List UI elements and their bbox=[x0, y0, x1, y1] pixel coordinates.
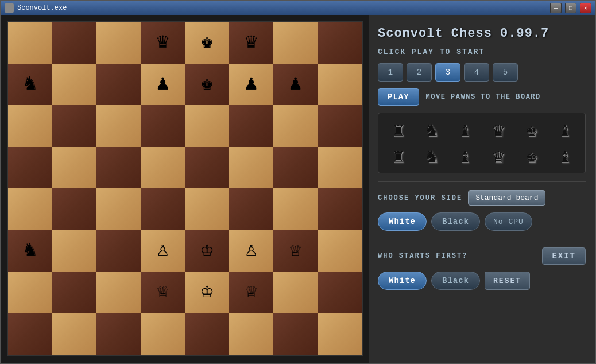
cell-4-5[interactable] bbox=[229, 188, 273, 230]
cell-7-4[interactable] bbox=[185, 313, 229, 355]
cell-0-3[interactable]: ♛ bbox=[141, 22, 185, 64]
cell-6-0[interactable] bbox=[8, 272, 52, 313]
piece-1-4: ♚ bbox=[201, 74, 214, 95]
cell-6-5[interactable]: ♕ bbox=[229, 272, 273, 313]
cell-0-2[interactable] bbox=[96, 22, 141, 64]
cell-3-2[interactable] bbox=[96, 147, 141, 189]
cell-4-6[interactable] bbox=[273, 188, 318, 230]
cell-7-1[interactable] bbox=[52, 313, 96, 355]
cell-5-2[interactable] bbox=[96, 230, 141, 272]
black-side-button[interactable]: Black bbox=[431, 212, 480, 231]
cell-5-6[interactable]: ♕ bbox=[273, 230, 318, 272]
cell-4-1[interactable] bbox=[52, 188, 96, 230]
piece-5-4: ♔ bbox=[201, 241, 214, 261]
cell-7-3[interactable] bbox=[141, 313, 185, 355]
cell-6-6[interactable] bbox=[273, 272, 318, 313]
no-cpu-button[interactable]: No CPU bbox=[485, 212, 532, 231]
divider-1 bbox=[378, 181, 586, 182]
cell-2-5[interactable] bbox=[229, 105, 273, 147]
tray-white-knight[interactable]: ♞ bbox=[426, 144, 438, 168]
tray-black-king[interactable]: ♚ bbox=[526, 118, 537, 142]
cell-5-0[interactable]: ♞ bbox=[8, 230, 52, 272]
cell-7-2[interactable] bbox=[96, 313, 141, 355]
close-button[interactable]: ✕ bbox=[580, 3, 591, 13]
cell-7-6[interactable] bbox=[273, 313, 318, 355]
level-4-button[interactable]: 4 bbox=[464, 63, 489, 82]
tray-black-rook[interactable]: ♜ bbox=[393, 118, 404, 142]
cell-1-5[interactable]: ♟ bbox=[229, 64, 273, 106]
cell-6-1[interactable] bbox=[52, 272, 96, 313]
cell-2-6[interactable] bbox=[273, 105, 318, 147]
minimize-button[interactable]: — bbox=[550, 3, 562, 13]
cell-4-3[interactable] bbox=[141, 188, 185, 230]
cell-3-7[interactable] bbox=[318, 147, 362, 189]
cell-0-6[interactable] bbox=[273, 22, 318, 64]
cell-2-1[interactable] bbox=[52, 105, 96, 147]
cell-4-2[interactable] bbox=[96, 188, 141, 230]
tray-black-bishop2[interactable]: ♝ bbox=[559, 118, 571, 142]
cell-2-0[interactable] bbox=[8, 105, 52, 147]
level-2-button[interactable]: 2 bbox=[407, 63, 432, 82]
tray-white-bishop[interactable]: ♝ bbox=[459, 144, 471, 168]
cell-3-1[interactable] bbox=[52, 147, 96, 189]
level-5-button[interactable]: 5 bbox=[493, 63, 518, 82]
cell-5-5[interactable]: ♙ bbox=[229, 230, 273, 272]
cell-3-0[interactable] bbox=[8, 147, 52, 189]
cell-3-4[interactable] bbox=[185, 147, 229, 189]
cell-3-5[interactable] bbox=[229, 147, 273, 189]
cell-6-7[interactable] bbox=[318, 272, 362, 313]
level-3-button[interactable]: 3 bbox=[435, 63, 460, 82]
cell-5-4[interactable]: ♔ bbox=[185, 230, 229, 272]
cell-4-0[interactable] bbox=[8, 188, 52, 230]
cell-1-1[interactable] bbox=[52, 64, 96, 106]
cell-1-6[interactable]: ♟ bbox=[273, 64, 318, 106]
cell-0-7[interactable] bbox=[318, 22, 362, 64]
white-side-button[interactable]: White bbox=[378, 212, 427, 231]
main-content: ♛♚♛♞♟♚♟♟♞♙♔♙♕♕♔♕ Sconvolt Chess 0.99.7 C… bbox=[1, 15, 595, 363]
cell-2-4[interactable] bbox=[185, 105, 229, 147]
cell-5-1[interactable] bbox=[52, 230, 96, 272]
starts-black-button[interactable]: Black bbox=[431, 272, 480, 290]
cell-2-3[interactable] bbox=[141, 105, 185, 147]
cell-3-3[interactable] bbox=[141, 147, 185, 189]
play-button[interactable]: PLAY bbox=[378, 88, 419, 106]
cell-0-5[interactable]: ♛ bbox=[229, 22, 273, 64]
cell-6-3[interactable]: ♕ bbox=[141, 272, 185, 313]
cell-1-3[interactable]: ♟ bbox=[141, 64, 185, 106]
cell-7-7[interactable] bbox=[318, 313, 362, 355]
cell-7-0[interactable] bbox=[8, 313, 52, 355]
cell-1-7[interactable] bbox=[318, 64, 362, 106]
cell-2-2[interactable] bbox=[96, 105, 141, 147]
cell-5-3[interactable]: ♙ bbox=[141, 230, 185, 272]
tray-white-queen[interactable]: ♛ bbox=[493, 144, 504, 168]
cell-0-4[interactable]: ♚ bbox=[185, 22, 229, 64]
standard-board-button[interactable]: Standard board bbox=[468, 190, 545, 206]
cell-1-4[interactable]: ♚ bbox=[185, 64, 229, 106]
tray-white-bishop2[interactable]: ♝ bbox=[559, 144, 571, 168]
exit-button[interactable]: EXIT bbox=[542, 247, 586, 265]
titlebar: Sconvolt.exe — □ ✕ bbox=[1, 1, 595, 15]
cell-4-7[interactable] bbox=[318, 188, 362, 230]
cell-1-0[interactable]: ♞ bbox=[8, 64, 52, 106]
tray-black-queen[interactable]: ♛ bbox=[493, 118, 504, 142]
tray-black-knight[interactable]: ♞ bbox=[426, 118, 438, 142]
maximize-button[interactable]: □ bbox=[565, 3, 576, 13]
tray-black-bishop[interactable]: ♝ bbox=[459, 118, 471, 142]
starts-white-button[interactable]: White bbox=[378, 272, 427, 290]
cell-4-4[interactable] bbox=[185, 188, 229, 230]
cell-2-7[interactable] bbox=[318, 105, 362, 147]
level-1-button[interactable]: 1 bbox=[378, 63, 403, 82]
cell-3-6[interactable] bbox=[273, 147, 318, 189]
tray-white-rook[interactable]: ♜ bbox=[393, 144, 404, 168]
cell-6-2[interactable] bbox=[96, 272, 141, 313]
cell-1-2[interactable] bbox=[96, 64, 141, 106]
tray-white-king[interactable]: ♚ bbox=[526, 144, 537, 168]
reset-button[interactable]: RESET bbox=[485, 272, 530, 290]
cell-6-4[interactable]: ♔ bbox=[185, 272, 229, 313]
choose-side-row: CHOOSE YOUR SIDE Standard board bbox=[378, 190, 586, 206]
cell-0-0[interactable] bbox=[8, 22, 52, 64]
cell-0-1[interactable] bbox=[52, 22, 96, 64]
chess-board[interactable]: ♛♚♛♞♟♚♟♟♞♙♔♙♕♕♔♕ bbox=[7, 21, 363, 356]
cell-7-5[interactable] bbox=[229, 313, 273, 355]
cell-5-7[interactable] bbox=[318, 230, 362, 272]
